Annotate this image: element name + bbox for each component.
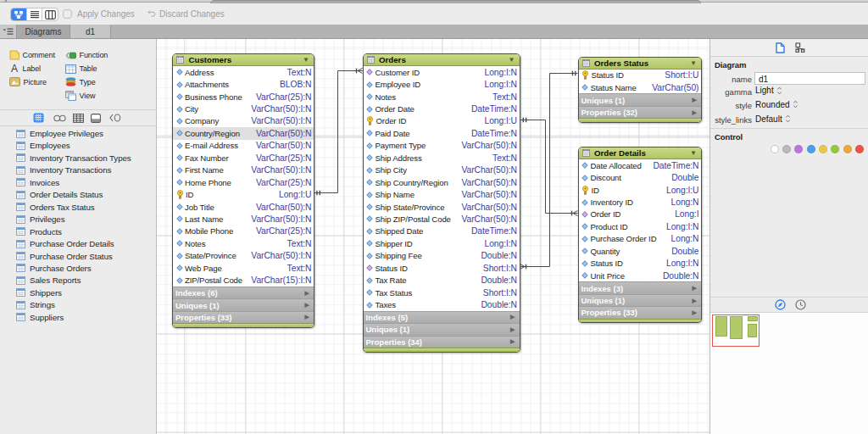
svg-text:A: A [11,64,18,74]
